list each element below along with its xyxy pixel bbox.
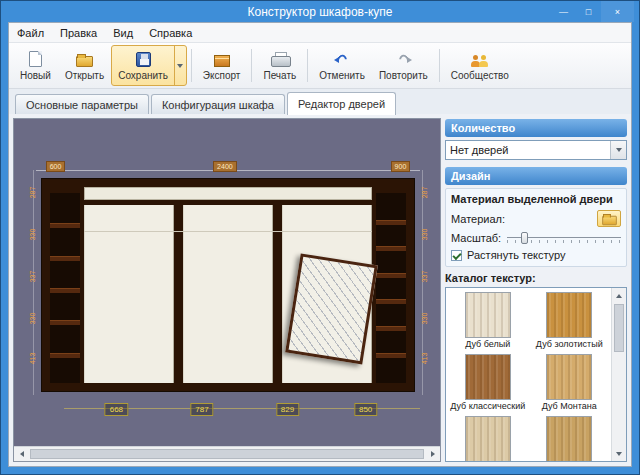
save-dropdown-button[interactable] [174,46,186,85]
caption-buttons: — □ × [551,1,634,22]
material-group: Материал выделенной двери Материал: Масш… [445,188,627,267]
texture-swatch [465,416,511,462]
canvas-horizontal-scrollbar[interactable] [14,446,440,461]
open-button[interactable]: Открыть [58,45,111,86]
texture-item[interactable]: Дуб классический [450,354,526,412]
toolbar-separator [439,49,440,82]
shelf [376,220,406,225]
redo-arrow-icon [396,50,411,68]
texture-item[interactable]: Дуб золотистый [532,292,608,350]
scale-label: Масштаб: [451,232,501,244]
scroll-up-button[interactable] [612,288,626,303]
app-body: Файл Правка Вид Справка Новый Открыть Со… [8,22,632,467]
save-button[interactable]: Сохранить [112,46,174,85]
folder-icon [602,216,616,225]
design-section-header: Дизайн [445,167,627,185]
dimension-label: 850 [354,403,377,416]
wardrobe-left-section[interactable] [50,193,80,383]
stretch-checkbox[interactable] [451,250,462,261]
tab-wardrobe-configuration[interactable]: Конфигурация шкафа [151,94,285,114]
menu-view[interactable]: Вид [105,23,141,42]
minimize-icon: — [559,7,568,17]
texture-catalog-list[interactable]: Дуб белый Дуб золотистый Дуб классически… [445,287,627,462]
dimension-label: 413 [29,344,36,374]
wardrobe-top-shelf [84,187,372,200]
texture-item[interactable]: Дуб [532,416,608,462]
material-group-title: Материал выделенной двери [451,193,621,205]
maximize-button[interactable]: □ [576,1,601,22]
tab-door-editor[interactable]: Редактор дверей [287,92,396,115]
redo-button[interactable]: Повторить [372,45,435,86]
scroll-left-button[interactable] [14,447,29,461]
shelf [376,273,406,278]
design-canvas[interactable]: 600 2400 900 287 330 337 330 413 287 330… [13,118,441,462]
scrollbar-track[interactable] [612,353,626,446]
wardrobe-right-section[interactable] [376,193,406,383]
undo-arrow-icon [335,50,350,68]
catalog-vertical-scrollbar[interactable] [611,288,626,461]
dimension-label: 330 [421,304,428,334]
toolbar: Новый Открыть Сохранить Экспорт [9,43,631,89]
texture-swatch [546,416,592,462]
browse-material-button[interactable] [597,210,621,227]
scale-slider[interactable] [507,231,621,245]
print-button-label: Печать [263,70,296,81]
open-folder-icon [76,50,93,68]
new-button[interactable]: Новый [13,45,58,86]
dimension-label: 287 [421,178,428,208]
community-button[interactable]: Сообщество [444,45,516,86]
toolbar-separator [251,49,252,82]
shelf [376,353,406,358]
export-button[interactable]: Экспорт [196,45,248,86]
dimension-label: 668 [105,403,128,416]
scroll-right-button[interactable] [425,447,440,461]
tab-bar: Основные параметры Конфигурация шкафа Ре… [9,89,631,114]
scale-row: Масштаб: [451,231,621,245]
export-button-label: Экспорт [203,70,241,81]
texture-swatch [465,354,511,400]
minimize-button[interactable]: — [551,1,576,22]
dimension-label: 330 [29,220,36,250]
print-button[interactable]: Печать [256,45,303,86]
texture-item[interactable]: Дуб белый [450,292,526,350]
stretch-texture-row: Растянуть текстуру [451,249,621,261]
menu-file[interactable]: Файл [9,23,52,42]
undo-button[interactable]: Отменить [312,45,372,86]
scrollbar-thumb[interactable] [614,304,624,352]
door-count-dropdown[interactable]: Нет дверей [445,140,627,160]
wardrobe-drawing[interactable]: 600 2400 900 287 330 337 330 413 287 330… [42,179,414,391]
open-mirror-door[interactable] [285,253,378,364]
community-button-label: Сообщество [451,70,509,81]
new-button-label: Новый [20,70,51,81]
close-button[interactable]: × [601,1,634,22]
texture-swatch [546,354,592,400]
export-box-icon [214,50,230,68]
shelf [376,246,406,251]
shelf [376,326,406,331]
material-label: Материал: [451,213,505,225]
redo-button-label: Повторить [379,70,428,81]
texture-item[interactable]: Дуб светлый [450,416,526,462]
title-bar[interactable]: Конструктор шкафов-купе — □ × [8,1,632,22]
menu-edit[interactable]: Правка [52,23,105,42]
texture-catalog-label: Каталог текстур: [445,272,627,284]
scrollbar-thumb[interactable] [30,449,424,459]
texture-name: Дуб белый [465,339,510,350]
menu-bar: Файл Правка Вид Справка [9,23,631,43]
shelf [376,299,406,304]
dropdown-selected-value: Нет дверей [446,144,610,156]
tab-main-parameters[interactable]: Основные параметры [15,94,149,114]
dimension-label: 2400 [213,161,237,172]
shelf [50,320,80,325]
main-content: 600 2400 900 287 330 337 330 413 287 330… [9,114,631,466]
stretch-checkbox-label[interactable]: Растянуть текстуру [467,249,565,261]
shelf [50,288,80,293]
quantity-section-header: Количество [445,119,627,137]
scroll-down-button[interactable] [612,446,626,461]
menu-help[interactable]: Справка [141,23,200,42]
slider-thumb[interactable] [521,232,528,244]
dimension-label: 600 [46,161,66,172]
material-row: Материал: [451,210,621,227]
dropdown-arrow-button[interactable] [610,141,626,159]
texture-item[interactable]: Дуб Монтана [532,354,608,412]
